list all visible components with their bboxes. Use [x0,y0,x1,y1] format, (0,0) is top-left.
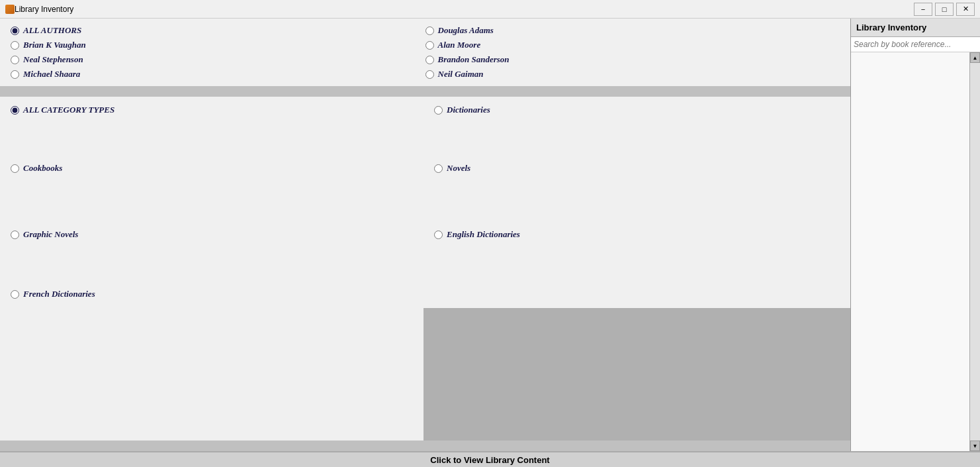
app-icon [5,5,15,14]
category-radio-graphic-novels[interactable] [11,231,19,239]
author-label-douglas-adams: Douglas Adams [438,25,494,36]
category-label-novels: Novels [447,163,470,174]
author-option-neal-stephenson[interactable]: Neal Stephenson [11,54,425,65]
sidebar-content [851,52,969,451]
minimize-button[interactable]: − [914,3,932,16]
author-radio-michael-shaara[interactable] [11,70,19,79]
author-option-all-authors[interactable]: ALL AUTHORS [11,25,425,36]
separator-bar [0,86,850,97]
category-label-graphic-novels: Graphic Novels [23,229,78,240]
author-radio-brian-k-vaughan[interactable] [11,41,19,50]
author-option-douglas-adams[interactable]: Douglas Adams [425,25,840,36]
sidebar-title: Library Inventory [851,19,980,37]
sidebar-scrollbar[interactable]: ▲ ▼ [969,52,980,451]
left-categories-col: ALL CATEGORY TYPES Cookbooks [0,97,423,441]
author-option-neil-gaiman[interactable]: Neil Gaiman [425,69,840,79]
author-radio-neil-gaiman[interactable] [425,70,434,79]
category-option-all-category-types: ALL CATEGORY TYPES [11,102,413,135]
author-radio-neal-stephenson[interactable] [11,56,19,64]
right-sidebar: Library Inventory ▲ ▼ [850,19,980,451]
right-categories-col: Dictionaries Novels [423,97,850,441]
author-option-brian-k-vaughan[interactable]: Brian K Vaughan [11,40,425,50]
author-label-neil-gaiman: Neil Gaiman [438,69,484,79]
scrollbar-track[interactable] [970,63,980,441]
main-area: ALL AUTHORS Douglas Adams Brian K Vaugha… [0,19,980,451]
category-option-graphic-novels: Graphic Novels [11,201,413,268]
category-label-french-dictionaries: French Dictionaries [23,289,95,299]
category-radio-all-category-types[interactable] [11,106,19,115]
authors-section: ALL AUTHORS Douglas Adams Brian K Vaugha… [0,19,850,86]
maximize-button[interactable]: □ [935,3,954,16]
category-label-all-category-types: ALL CATEGORY TYPES [23,105,114,115]
category-option-english-dictionaries: English Dictionaries [434,201,840,268]
category-option-novels: Novels [434,135,840,201]
right-categories-top: Dictionaries Novels [423,97,850,308]
author-radio-all-authors[interactable] [11,26,19,35]
author-label-michael-shaara: Michael Shaara [23,69,80,79]
view-library-content-button[interactable]: Click to View Library Content [0,451,980,467]
title-bar-controls: − □ ✕ [914,3,975,16]
category-label-cookbooks: Cookbooks [23,163,62,174]
category-radio-cookbooks[interactable] [11,164,19,173]
author-radio-douglas-adams[interactable] [425,26,434,35]
right-categories-gray-area [423,308,850,441]
scrollbar-down-button[interactable]: ▼ [970,441,980,451]
categories-split: ALL CATEGORY TYPES Cookbooks [0,97,850,441]
sidebar-search-input[interactable] [851,37,980,52]
category-option-french-dictionaries: French Dictionaries [11,268,413,321]
author-label-brian-k-vaughan: Brian K Vaughan [23,40,86,50]
left-panel: ALL AUTHORS Douglas Adams Brian K Vaugha… [0,19,850,451]
author-option-alan-moore[interactable]: Alan Moore [425,40,840,50]
title-bar: Library Inventory − □ ✕ [0,0,980,19]
authors-grid: ALL AUTHORS Douglas Adams Brian K Vaugha… [11,25,840,79]
category-radio-novels[interactable] [434,164,443,173]
author-label-brandon-sanderson: Brandon Sanderson [438,54,510,65]
author-radio-brandon-sanderson[interactable] [425,56,434,64]
categories-section: ALL CATEGORY TYPES Cookbooks [0,97,850,441]
category-radio-french-dictionaries[interactable] [11,290,19,299]
author-label-neal-stephenson: Neal Stephenson [23,54,83,65]
author-option-michael-shaara[interactable]: Michael Shaara [11,69,425,79]
category-option-cookbooks: Cookbooks [11,135,413,201]
category-label-dictionaries: Dictionaries [447,105,490,115]
horizontal-scrollbar[interactable] [0,441,850,451]
scrollbar-up-button[interactable]: ▲ [970,52,980,63]
author-radio-alan-moore[interactable] [425,41,434,50]
category-radio-english-dictionaries[interactable] [434,231,443,239]
title-bar-title: Library Inventory [15,5,914,14]
category-label-english-dictionaries: English Dictionaries [447,229,520,240]
author-label-alan-moore: Alan Moore [438,40,481,50]
close-button[interactable]: ✕ [956,3,975,16]
sidebar-content-area: ▲ ▼ [851,52,980,451]
author-label-all-authors: ALL AUTHORS [23,25,81,36]
category-radio-dictionaries[interactable] [434,106,443,115]
author-option-brandon-sanderson[interactable]: Brandon Sanderson [425,54,840,65]
category-option-dictionaries: Dictionaries [434,102,840,135]
